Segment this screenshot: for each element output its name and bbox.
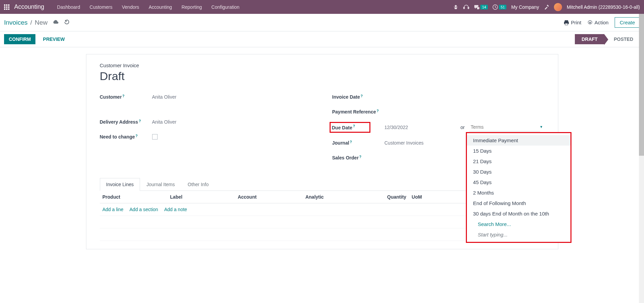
th-product[interactable]: Product [100, 191, 168, 203]
avatar[interactable] [554, 3, 562, 11]
customer-label: Customer? [100, 94, 152, 100]
invoice-date-label: Invoice Date? [332, 94, 385, 100]
breadcrumb: Invoices / New [4, 19, 48, 26]
th-quantity[interactable]: Quantity [370, 191, 409, 203]
apps-icon[interactable] [4, 4, 9, 10]
breadcrumb-bar: Invoices / New Print Action Create [0, 14, 644, 31]
support-icon[interactable] [463, 4, 469, 10]
breadcrumb-current: New [35, 19, 48, 26]
th-account[interactable]: Account [235, 191, 303, 203]
customer-value[interactable]: Anita Oliver [152, 94, 312, 100]
dropdown-start-typing[interactable]: Start typing... [467, 229, 570, 240]
journal-value[interactable]: Customer Invoices [385, 140, 424, 146]
status-posted[interactable]: POSTED [604, 34, 640, 44]
svg-point-0 [455, 5, 457, 7]
print-label: Print [571, 20, 581, 25]
brand-title[interactable]: Accounting [14, 3, 44, 10]
status-draft[interactable]: DRAFT [575, 34, 604, 44]
form-sheet: Customer Invoice Draft Customer? Anita O… [86, 54, 558, 249]
tab-other-info[interactable]: Other Info [181, 178, 215, 191]
svg-rect-9 [565, 23, 568, 25]
print-button[interactable]: Print [564, 20, 581, 25]
svg-line-1 [454, 7, 454, 7]
add-note-link[interactable]: Add a note [164, 207, 187, 212]
nav-accounting[interactable]: Accounting [144, 1, 177, 13]
create-button[interactable]: Create [615, 17, 640, 28]
delivery-value[interactable]: Anita Oliver [152, 119, 312, 125]
navbar: Accounting Dashboard Customers Vendors A… [0, 0, 644, 14]
tab-invoice-lines[interactable]: Invoice Lines [100, 178, 140, 191]
dropdown-item-eofm[interactable]: End of Following Month [467, 198, 570, 208]
dropdown-item-30days[interactable]: 30 Days [467, 167, 570, 177]
form-subtitle: Customer Invoice [100, 62, 544, 68]
tab-journal-items[interactable]: Journal Items [140, 178, 181, 191]
status-bar: CONFIRM PREVIEW DRAFT POSTED [0, 31, 644, 47]
terms-input[interactable] [469, 123, 540, 131]
delivery-label: Delivery Address? [100, 119, 152, 125]
sales-order-label: Sales Order? [332, 155, 385, 160]
activities-icon[interactable]: 51 [493, 4, 506, 10]
messages-badge: 14 [480, 5, 488, 9]
dropdown-item-30eom10[interactable]: 30 days End of Month on the 10th [467, 208, 570, 219]
scrollbar[interactable] [639, 14, 644, 249]
nav-configuration[interactable]: Configuration [207, 1, 244, 13]
preview-button[interactable]: PREVIEW [38, 34, 69, 44]
debug-icon[interactable] [453, 4, 458, 10]
dropdown-item-immediate[interactable]: Immediate Payment [467, 135, 570, 146]
form-title: Draft [100, 70, 544, 83]
company-switcher[interactable]: My Company [511, 4, 539, 10]
status-steps: DRAFT POSTED [575, 34, 640, 44]
action-label: Action [594, 20, 609, 25]
th-analytic[interactable]: Analytic [303, 191, 370, 203]
dropdown-item-2months[interactable]: 2 Months [467, 187, 570, 198]
th-label[interactable]: Label [167, 191, 235, 203]
dropdown-item-45days[interactable]: 45 Days [467, 177, 570, 187]
cloud-save-icon[interactable] [52, 19, 59, 26]
scrollbar-thumb[interactable] [639, 14, 644, 156]
nav-menu: Dashboard Customers Vendors Accounting R… [52, 1, 244, 13]
svg-rect-7 [565, 20, 568, 22]
dropdown-item-21days[interactable]: 21 Days [467, 156, 570, 167]
due-date-value[interactable]: 12/30/2022 [385, 125, 408, 130]
need-change-checkbox[interactable] [152, 134, 158, 140]
journal-label: Journal? [332, 140, 385, 146]
add-section-link[interactable]: Add a section [130, 207, 158, 212]
confirm-button[interactable]: CONFIRM [4, 34, 35, 44]
svg-line-2 [457, 7, 458, 7]
svg-rect-4 [468, 7, 469, 9]
nav-vendors[interactable]: Vendors [117, 1, 144, 13]
breadcrumb-separator: / [30, 19, 32, 26]
messages-icon[interactable]: 14 [474, 4, 488, 10]
payment-ref-label: Payment Reference? [332, 109, 385, 115]
svg-rect-3 [464, 7, 465, 9]
dropdown-search-more[interactable]: Search More... [467, 219, 570, 229]
activities-badge: 51 [499, 5, 506, 9]
action-button[interactable]: Action [587, 20, 609, 25]
add-line-link[interactable]: Add a line [103, 207, 123, 212]
nav-reporting[interactable]: Reporting [177, 1, 207, 13]
tools-icon[interactable] [544, 4, 549, 10]
svg-point-10 [589, 22, 591, 23]
or-text: or [460, 125, 465, 130]
due-date-label: Due Date? [332, 122, 385, 133]
breadcrumb-parent[interactable]: Invoices [4, 19, 28, 26]
user-name[interactable]: Mitchell Admin (22289530-16-0-all) [567, 4, 640, 10]
terms-dropdown: Immediate Payment 15 Days 21 Days 30 Day… [466, 132, 571, 243]
nav-customers[interactable]: Customers [85, 1, 117, 13]
chevron-down-icon[interactable]: ▼ [540, 125, 543, 129]
nav-dashboard[interactable]: Dashboard [52, 1, 85, 13]
discard-icon[interactable] [64, 19, 70, 26]
dropdown-item-15days[interactable]: 15 Days [467, 146, 570, 156]
need-change-label: Need to change? [100, 134, 152, 140]
